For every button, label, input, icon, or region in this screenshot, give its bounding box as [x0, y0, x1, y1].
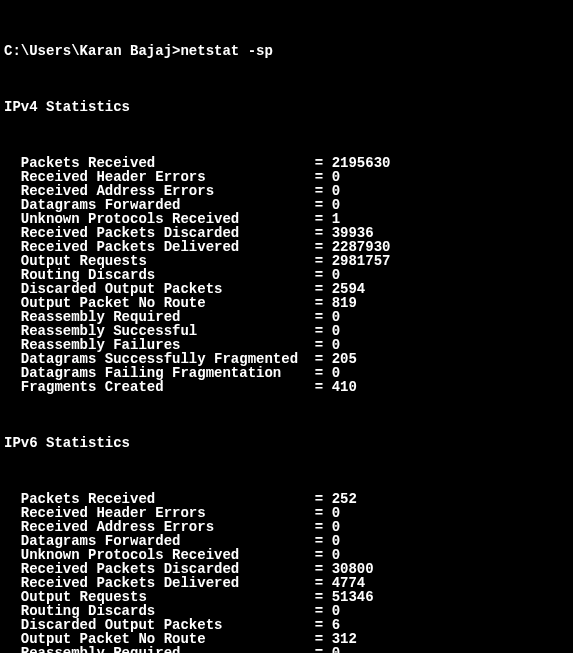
stat-row: Unknown Protocols Received = 0 — [4, 548, 569, 562]
stat-row: Datagrams Successfully Fragmented = 205 — [4, 352, 569, 366]
blank — [4, 464, 569, 478]
stat-row: Received Header Errors = 0 — [4, 170, 569, 184]
ipv6-rows: Packets Received = 252 Received Header E… — [4, 492, 569, 653]
blank — [4, 408, 569, 422]
stat-row: Received Header Errors = 0 — [4, 506, 569, 520]
stat-row: Discarded Output Packets = 6 — [4, 618, 569, 632]
ipv4-title: IPv4 Statistics — [4, 100, 569, 114]
ipv6-title: IPv6 Statistics — [4, 436, 569, 450]
stat-row: Reassembly Required = 0 — [4, 310, 569, 324]
stat-row: Routing Discards = 0 — [4, 268, 569, 282]
stat-row: Received Address Errors = 0 — [4, 184, 569, 198]
stat-row: Received Packets Delivered = 2287930 — [4, 240, 569, 254]
stat-row: Packets Received = 252 — [4, 492, 569, 506]
blank — [4, 128, 569, 142]
command-prompt: C:\Users\Karan Bajaj>netstat -sp — [4, 44, 569, 58]
stat-row: Output Packet No Route = 819 — [4, 296, 569, 310]
stat-row: Unknown Protocols Received = 1 — [4, 212, 569, 226]
stat-row: Datagrams Forwarded = 0 — [4, 534, 569, 548]
stat-row: Reassembly Failures = 0 — [4, 338, 569, 352]
blank — [4, 72, 569, 86]
stat-row: Output Requests = 51346 — [4, 590, 569, 604]
stat-row: Datagrams Failing Fragmentation = 0 — [4, 366, 569, 380]
stat-row: Output Packet No Route = 312 — [4, 632, 569, 646]
stat-row: Received Packets Delivered = 4774 — [4, 576, 569, 590]
stat-row: Output Requests = 2981757 — [4, 254, 569, 268]
stat-row: Packets Received = 2195630 — [4, 156, 569, 170]
stat-row: Reassembly Required = 0 — [4, 646, 569, 653]
stat-row: Fragments Created = 410 — [4, 380, 569, 394]
stat-row: Discarded Output Packets = 2594 — [4, 282, 569, 296]
stat-row: Received Address Errors = 0 — [4, 520, 569, 534]
stat-row: Datagrams Forwarded = 0 — [4, 198, 569, 212]
stat-row: Received Packets Discarded = 30800 — [4, 562, 569, 576]
stat-row: Received Packets Discarded = 39936 — [4, 226, 569, 240]
stat-row: Routing Discards = 0 — [4, 604, 569, 618]
ipv4-rows: Packets Received = 2195630 Received Head… — [4, 156, 569, 394]
stat-row: Reassembly Successful = 0 — [4, 324, 569, 338]
